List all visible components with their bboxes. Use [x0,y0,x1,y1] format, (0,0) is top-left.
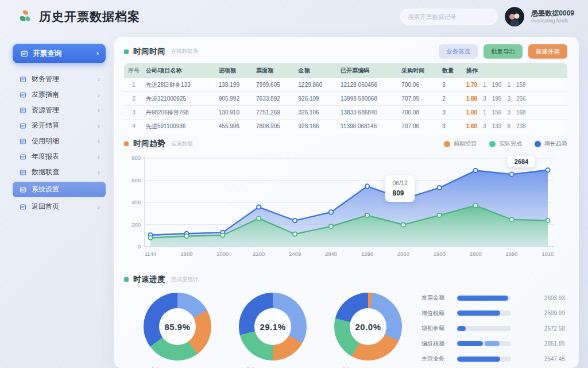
sidebar-item[interactable]: 资源管理 › [13,102,106,118]
op-value: 168 [516,109,526,116]
chevron-right-icon: › [96,49,99,57]
menu-item-icon [20,107,26,114]
cell-index: 3 [124,106,144,120]
cell-name: 先进28日财务133 [144,78,216,92]
sidebar-item[interactable]: 发票指南 › [13,87,106,102]
section-dot-icon [124,141,129,146]
legend-item[interactable]: 增长趋势 [535,140,567,148]
sidebar-item-label: 采开结算 [32,121,59,131]
chevron-right-icon: › [98,203,100,211]
progress-fill [457,356,500,362]
stat-label: 期初余额 [421,324,457,332]
cell-amount-a: 905.992 [216,92,254,106]
stat-row: 发票金额 2693.93 [421,294,565,302]
cell-amount-b: 7999.605 [254,78,296,92]
progress-track [457,341,511,346]
cell-ops: 1.8831953256 [464,92,567,106]
progress-fill [485,341,500,346]
section-dot-icon [124,49,129,54]
tooltip-value: 809 [392,189,404,197]
header: 历史开票数据档案 愚墨数据0009 everlasting funds [0,0,588,33]
table-section-title: 时间时间 [133,47,165,57]
menu-item-icon [20,91,26,98]
op-value: 3 [483,123,486,129]
sidebar-item-label: 数据联查 [32,167,59,177]
donut-center-label: 20.0% [350,308,386,345]
table-body: 1 先进28日财务133 138.199 7999.605 1229.860 1… [124,78,567,133]
sidebar-item[interactable]: 财务管理 › [13,71,106,87]
search-input[interactable] [408,13,490,20]
table-head: 序号公司/项目名称进项额票面额金额已开票编码采购时间数量操作 [124,63,567,78]
cell-index: 1 [124,78,144,92]
sidebar-item[interactable]: 年度报表 › [13,149,106,164]
progress-fill [457,310,500,316]
cell-qty: 2 [440,92,463,106]
stat-value: 2672.58 [544,325,565,332]
progress-track [457,310,511,316]
cell-amount-a: 138.199 [216,78,254,92]
svg-text:1890: 1890 [506,251,518,257]
search-bar[interactable] [400,9,498,25]
chart-section-title: 时间趋势 [133,139,165,149]
sidebar-item[interactable]: 使用明细 › [13,133,106,149]
cell-amount-b: 7751.269 [254,106,296,120]
legend-dot-icon [535,141,541,147]
app: 历史开票数据档案 愚墨数据0009 everlasting funds [0,0,588,368]
table-section-header: 时间时间 在线数据库 业务筛选批量导出新建开票 [124,44,567,59]
cell-index: 4 [124,120,144,133]
rate-value: 1.60 [466,123,477,129]
avatar-image-icon [505,7,524,26]
sidebar-item-label: 发票指南 [32,90,59,99]
table-row[interactable]: 2 先进321000925 905.992 7633.892 926.109 1… [124,92,567,106]
svg-text:2860: 2860 [397,251,409,257]
donut-ring: 29.1% [239,293,307,361]
sidebar-item-label: 使用明细 [32,136,59,146]
svg-text:400: 400 [131,199,141,205]
legend-label: 实际完成 [499,140,522,148]
cell-qty: 3 [440,120,463,133]
orange-action-button[interactable]: 新建开票 [528,44,567,59]
cell-amount-c: 928.166 [296,120,338,133]
legend-item[interactable]: 实际完成 [489,140,522,148]
avatar[interactable] [505,7,524,26]
menu-item-icon [20,138,26,145]
chevron-right-icon: › [98,153,100,161]
stat-label: 增值税额 [421,309,457,317]
table-header-cell: 序号 [124,63,144,78]
table-row[interactable]: 4 先进591100936 455.996 7808.905 928.166 1… [124,120,567,133]
cell-time: 700.08 [399,106,440,120]
user-subtitle: everlasting funds [531,18,574,24]
legend-item[interactable]: 前期经营 [444,140,477,148]
area-chart: 0200400600800114418002000220024092840129… [124,151,567,273]
sidebar-item-label: 年度报表 [32,152,59,162]
green-action-button[interactable]: 批量导出 [483,44,523,59]
sidebar-active-item[interactable]: 开票查询 › [13,44,106,63]
table-header-cell: 采购时间 [399,63,440,78]
table-header-cell: 数量 [440,63,463,78]
cell-code: 13998 580068 [338,92,399,106]
cell-qty: 3 [440,106,463,120]
chevron-right-icon: › [98,91,100,99]
sidebar-item[interactable]: 数据联查 › [13,164,106,180]
stat-label: 发票金额 [421,294,457,302]
cell-time: 707.06 [399,120,440,133]
sidebar-menu: 财务管理 › 发票指南 › 资源管理 › 采开结算 › 使用明细 › 年度报表 … [13,71,106,214]
table-section-subtitle: 在线数据库 [171,48,199,55]
table-row[interactable]: 3 丹98206排骨768 130.910 7751.269 326.106 1… [124,106,567,120]
user-info[interactable]: 愚墨数据0009 everlasting funds [531,9,574,24]
donut-center-label: 85.9% [159,308,196,345]
user-name: 愚墨数据0009 [531,9,574,18]
chart-legend: 前期经营 实际完成 增长趋势 [444,140,567,148]
progress-track [457,356,511,362]
sidebar-item[interactable]: 系统设置 › [13,182,106,197]
sidebar-item[interactable]: 采开结算 › [13,118,106,133]
cell-ops: 1.7011901158 [464,78,567,92]
chart-canvas: 0200400600800114418002000220024092840129… [124,151,567,273]
lav-action-button[interactable]: 业务筛选 [439,44,478,59]
cell-amount-a: 130.910 [216,106,254,120]
op-value: 1 [483,109,486,116]
table-row[interactable]: 1 先进28日财务133 138.199 7999.605 1229.860 1… [124,78,567,92]
sidebar-item[interactable]: 返回首页 › [13,199,106,214]
svg-text:2000: 2000 [216,251,229,257]
tooltip-label: 06/12 [392,179,407,188]
